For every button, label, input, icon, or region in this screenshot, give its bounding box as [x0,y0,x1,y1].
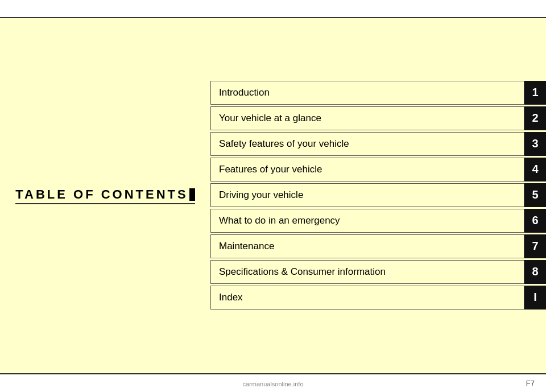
toc-label-7: Maintenance [210,234,524,258]
toc-number-8: 8 [524,260,546,284]
toc-number-6: 6 [524,209,546,233]
toc-label-5: Driving your vehicle [210,183,524,207]
left-panel: TABLE OF CONTENTS [0,18,210,373]
toc-number-5: 5 [524,183,546,207]
toc-item[interactable]: What to do in an emergency6 [210,209,546,233]
toc-label-4: Features of your vehicle [210,158,524,181]
toc-title: TABLE OF CONTENTS [15,187,188,202]
toc-number-3: 3 [524,132,546,156]
toc-label-1: Introduction [210,81,524,105]
toc-list: Introduction1Your vehicle at a glance2Sa… [210,18,546,373]
title-container: TABLE OF CONTENTS [15,187,195,204]
toc-item[interactable]: IndexI [210,286,546,310]
toc-item[interactable]: Your vehicle at a glance2 [210,106,546,130]
toc-item[interactable]: Specifications & Consumer information8 [210,260,546,284]
toc-item[interactable]: Driving your vehicle5 [210,183,546,207]
page-container: TABLE OF CONTENTS Introduction1Your vehi… [0,0,546,392]
title-cursor [189,188,195,201]
toc-item[interactable]: Features of your vehicle4 [210,158,546,181]
toc-item[interactable]: Safety features of your vehicle3 [210,132,546,156]
toc-number-7: 7 [524,234,546,258]
toc-number-4: 4 [524,158,546,181]
watermark-text: carmanualsonline.info [242,381,303,387]
toc-label-2: Your vehicle at a glance [210,106,524,130]
watermark: carmanualsonline.info [242,381,303,387]
toc-item[interactable]: Maintenance7 [210,234,546,258]
page-number: F7 [526,379,535,387]
toc-label-6: What to do in an emergency [210,209,524,233]
main-content: TABLE OF CONTENTS Introduction1Your vehi… [0,18,546,373]
toc-number-9: I [524,286,546,310]
toc-label-9: Index [210,286,524,310]
toc-label-3: Safety features of your vehicle [210,132,524,156]
toc-item[interactable]: Introduction1 [210,81,546,105]
toc-number-1: 1 [524,81,546,105]
toc-label-8: Specifications & Consumer information [210,260,524,284]
toc-number-2: 2 [524,106,546,130]
